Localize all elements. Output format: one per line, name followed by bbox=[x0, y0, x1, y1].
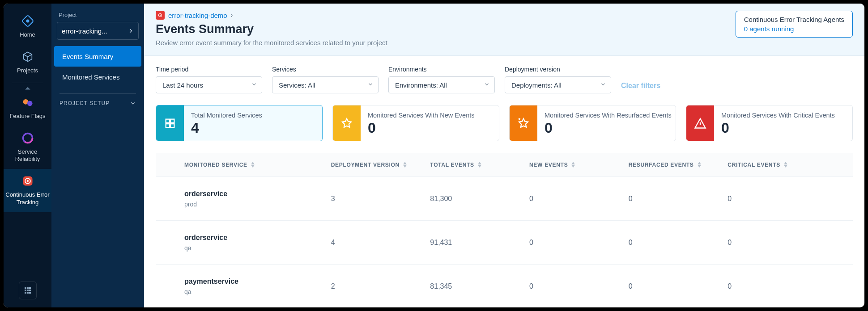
table-row[interactable]: orderservice qa 4 91,431 0 0 0 bbox=[156, 221, 853, 265]
sort-icon bbox=[698, 162, 701, 168]
svg-rect-17 bbox=[29, 292, 31, 294]
nav-rail: Home Projects Feature Flags Service Reli… bbox=[4, 4, 51, 307]
card-total-services[interactable]: Total Monitored Services 4 bbox=[156, 105, 323, 141]
rail-label: Service Reliability bbox=[5, 148, 50, 163]
rail-item-service-reliability[interactable]: Service Reliability bbox=[4, 126, 51, 169]
page-header: error-tracking-demo › Events Summary Rev… bbox=[144, 4, 864, 56]
summary-cards: Total Monitored Services 4 Monitored Ser… bbox=[144, 93, 864, 141]
rail-item-error-tracking[interactable]: Continuous Error Tracking bbox=[4, 169, 51, 212]
svg-point-19 bbox=[160, 15, 161, 16]
cell-new: 0 bbox=[529, 195, 629, 203]
card-label: Total Monitored Services bbox=[191, 112, 262, 119]
page-title: Events Summary bbox=[156, 22, 387, 36]
svg-rect-10 bbox=[27, 287, 29, 289]
cell-deploy: 2 bbox=[331, 282, 430, 290]
service-name: orderservice bbox=[184, 190, 331, 198]
sort-icon bbox=[571, 162, 575, 168]
cell-total: 91,431 bbox=[430, 239, 529, 247]
service-env: qa bbox=[184, 288, 331, 295]
card-label: Monitored Services With Critical Events bbox=[721, 112, 835, 119]
cell-resurfaced: 0 bbox=[629, 239, 728, 247]
th-total-events[interactable]: TOTAL EVENTS bbox=[430, 162, 529, 168]
clear-filters-button[interactable]: Clear filters bbox=[621, 82, 660, 93]
filter-value: Last 24 hours bbox=[162, 81, 203, 89]
filter-label-time: Time period bbox=[156, 66, 262, 73]
th-resurfaced-events[interactable]: RESURFACED EVENTS bbox=[629, 162, 728, 168]
service-name: paymentservice bbox=[184, 277, 331, 286]
filter-select-time[interactable]: Last 24 hours bbox=[156, 76, 262, 93]
rail-item-projects[interactable]: Projects bbox=[4, 45, 51, 80]
chevron-up-icon[interactable] bbox=[4, 86, 51, 90]
service-env: prod bbox=[184, 201, 331, 208]
filter-value: Services: All bbox=[279, 81, 315, 89]
page-subtitle: Review error event summary for the monit… bbox=[156, 39, 387, 46]
th-monitored-service[interactable]: MONITORED SERVICE bbox=[184, 162, 331, 168]
sidenav-item-events-summary[interactable]: Events Summary bbox=[54, 46, 141, 67]
project-select-value: error-tracking... bbox=[62, 27, 107, 35]
cell-deploy: 4 bbox=[331, 239, 430, 247]
agents-status-box[interactable]: Continuous Error Tracking Agents 0 agent… bbox=[736, 11, 853, 38]
card-critical-events[interactable]: Monitored Services With Critical Events … bbox=[686, 105, 853, 141]
filter-select-environments[interactable]: Environments: All bbox=[388, 76, 495, 93]
grid-icon bbox=[156, 105, 184, 141]
project-select[interactable]: error-tracking... bbox=[57, 22, 139, 40]
rail-item-feature-flags[interactable]: Feature Flags bbox=[4, 90, 51, 126]
chevron-down-icon bbox=[367, 81, 374, 89]
chevron-down-icon bbox=[484, 81, 490, 89]
cell-critical: 0 bbox=[728, 195, 827, 203]
table-row[interactable]: orderservice prod 3 81,300 0 0 0 bbox=[156, 177, 853, 221]
sidenav-item-monitored-services[interactable]: Monitored Services bbox=[54, 67, 141, 87]
sort-icon bbox=[251, 162, 255, 168]
service-reliability-icon bbox=[21, 131, 34, 145]
sort-icon bbox=[403, 162, 407, 168]
cell-resurfaced: 0 bbox=[629, 282, 728, 290]
chevron-down-icon bbox=[130, 100, 136, 106]
service-env: qa bbox=[184, 244, 331, 252]
error-tracking-icon bbox=[21, 174, 34, 188]
svg-point-8 bbox=[26, 180, 28, 182]
card-new-events[interactable]: Monitored Services With New Events 0 bbox=[332, 105, 499, 141]
side-nav: Project error-tracking... Events Summary… bbox=[51, 4, 144, 307]
th-new-events[interactable]: NEW EVENTS bbox=[529, 162, 629, 168]
filter-select-deployment[interactable]: Deployments: All bbox=[505, 76, 611, 93]
card-value: 0 bbox=[368, 120, 475, 136]
rail-item-home[interactable]: Home bbox=[4, 9, 51, 45]
svg-rect-11 bbox=[29, 287, 31, 289]
filter-value: Deployments: All bbox=[511, 81, 562, 89]
chevron-down-icon bbox=[251, 81, 257, 89]
rail-label: Home bbox=[20, 31, 35, 38]
breadcrumb-project-icon bbox=[156, 11, 165, 20]
rail-label: Projects bbox=[17, 67, 38, 74]
svg-rect-16 bbox=[27, 292, 29, 294]
filter-label-services: Services bbox=[272, 66, 379, 73]
main: error-tracking-demo › Events Summary Rev… bbox=[144, 4, 864, 307]
table-row[interactable]: paymentservice qa 2 81,345 0 0 0 bbox=[156, 265, 853, 307]
svg-rect-13 bbox=[27, 290, 29, 291]
filter-select-services[interactable]: Services: All bbox=[272, 76, 379, 93]
svg-rect-14 bbox=[29, 290, 31, 291]
svg-rect-20 bbox=[166, 119, 170, 122]
star-resurfaced-icon bbox=[510, 105, 537, 141]
rail-divider bbox=[12, 83, 43, 83]
rail-label: Feature Flags bbox=[9, 113, 45, 120]
cell-total: 81,300 bbox=[430, 195, 529, 203]
breadcrumb-project[interactable]: error-tracking-demo bbox=[168, 12, 227, 19]
svg-rect-23 bbox=[170, 124, 174, 127]
breadcrumb: error-tracking-demo › bbox=[156, 11, 387, 20]
sidenav-item-label: Monitored Services bbox=[62, 73, 119, 81]
agents-status-title: Continuous Error Tracking Agents bbox=[744, 16, 844, 23]
svg-point-1 bbox=[26, 20, 29, 22]
svg-rect-21 bbox=[170, 119, 174, 122]
events-table: MONITORED SERVICE DEPLOYMENT VERSION TOT… bbox=[144, 141, 864, 307]
sort-icon bbox=[478, 162, 481, 168]
cell-deploy: 3 bbox=[331, 195, 430, 203]
cell-critical: 0 bbox=[728, 282, 827, 290]
card-value: 0 bbox=[545, 120, 672, 136]
rail-apps-button[interactable] bbox=[19, 282, 37, 299]
th-critical-events[interactable]: CRITICAL EVENTS bbox=[728, 162, 827, 168]
card-resurfaced-events[interactable]: Monitored Services With Resurfaced Event… bbox=[509, 105, 676, 141]
home-icon bbox=[21, 14, 34, 28]
th-deployment-version[interactable]: DEPLOYMENT VERSION bbox=[331, 162, 430, 168]
sidenav-divider bbox=[60, 93, 136, 94]
sidenav-project-setup[interactable]: PROJECT SETUP bbox=[51, 100, 144, 106]
